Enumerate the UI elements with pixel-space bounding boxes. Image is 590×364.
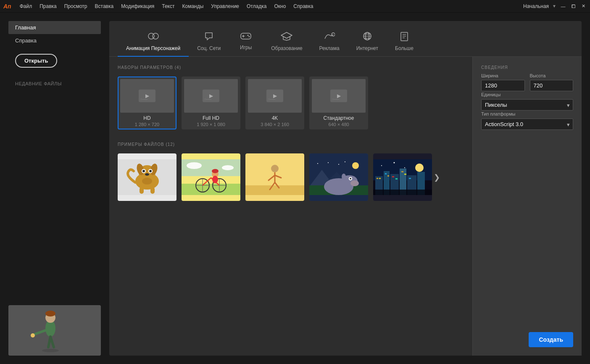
tab-social[interactable]: Соц. Сети xyxy=(189,28,229,56)
width-label: Ширина xyxy=(481,73,525,78)
menu-help[interactable]: Справка xyxy=(290,2,316,11)
sample-card-vr[interactable]: VR Panoramic and 3 xyxy=(373,153,432,201)
menu-view[interactable]: Просмотр xyxy=(61,2,91,11)
preset-card-4k[interactable]: 4K 3 840 × 2 160 xyxy=(245,76,304,129)
svg-point-5 xyxy=(31,333,35,338)
tab-internet-label: Интернет xyxy=(356,45,378,51)
preset-name-standard: Стандартное xyxy=(312,115,366,121)
preset-card-hd[interactable]: HD 1 280 × 720 xyxy=(118,76,176,129)
tab-games[interactable]: Игры xyxy=(229,28,263,56)
menu-insert[interactable]: Вставка xyxy=(92,2,117,11)
games-icon xyxy=(240,31,252,42)
svg-rect-103 xyxy=(373,190,432,195)
svg-point-72 xyxy=(345,161,345,162)
svg-rect-60 xyxy=(245,185,304,195)
width-field: Ширина xyxy=(481,73,525,91)
menu-commands[interactable]: Команды xyxy=(179,2,207,11)
menu-text[interactable]: Текст xyxy=(158,2,178,11)
svg-point-37 xyxy=(149,170,152,172)
presets-area: НАБОРЫ ПАРАМЕТРОВ (4) HD 1 280 × 720 xyxy=(109,57,472,356)
height-input[interactable] xyxy=(530,80,574,91)
svg-rect-40 xyxy=(150,187,155,194)
svg-point-85 xyxy=(381,165,382,166)
tab-icon-svg xyxy=(148,31,159,41)
svg-marker-11 xyxy=(205,33,212,40)
hippo-svg xyxy=(309,159,368,195)
sidebar-item-help[interactable]: Справка xyxy=(8,34,101,47)
maximize-button[interactable]: ⧠ xyxy=(570,3,577,10)
platform-select[interactable]: ActionScript 3.0 xyxy=(481,119,573,130)
tab-ads-label: Реклама xyxy=(319,45,340,51)
svg-point-3 xyxy=(45,311,55,317)
menu-modify[interactable]: Модификация xyxy=(118,2,158,11)
tab-education[interactable]: Образование xyxy=(263,28,311,56)
social-icon xyxy=(204,31,214,43)
platform-select-wrapper: ActionScript 3.0 ▾ xyxy=(481,119,573,130)
width-input[interactable] xyxy=(481,80,525,91)
preset-name-fullhd: Full HD xyxy=(184,115,238,121)
menu-debug[interactable]: Отладка xyxy=(243,2,270,11)
walkcycle-svg xyxy=(245,159,304,195)
presets-section-title: НАБОРЫ ПАРАМЕТРОВ (4) xyxy=(118,65,464,70)
menu-control[interactable]: Управление xyxy=(208,2,242,11)
tab-social-label: Соц. Сети xyxy=(197,45,221,51)
sample-card-bicycle[interactable]: Bicycle xyxy=(182,153,240,201)
internet-svg xyxy=(362,31,373,41)
preset-thumb-4k xyxy=(248,79,302,113)
tab-character-animation[interactable]: Анимация Персонажей xyxy=(118,28,189,56)
content-middle: НАБОРЫ ПАРАМЕТРОВ (4) HD 1 280 × 720 xyxy=(109,57,582,356)
svg-rect-97 xyxy=(387,175,389,177)
more-svg xyxy=(400,31,409,41)
internet-icon xyxy=(362,31,373,43)
svg-point-61 xyxy=(271,165,279,172)
svg-point-36 xyxy=(142,170,145,172)
info-panel-title: СВЕДЕНИЯ xyxy=(481,65,573,70)
vr-svg xyxy=(373,159,432,195)
tab-more-label: Больше xyxy=(395,45,414,51)
minimize-button[interactable]: — xyxy=(560,3,566,10)
open-button[interactable]: Открыть xyxy=(15,54,57,68)
svg-point-70 xyxy=(328,162,329,163)
scared-puppy-svg xyxy=(118,159,176,195)
samples-grid: Scared Puppy xyxy=(118,153,432,201)
preset-thumb-fullhd xyxy=(184,79,238,113)
svg-rect-101 xyxy=(404,174,406,175)
units-select[interactable]: Пикселы xyxy=(481,99,573,111)
close-button[interactable]: ✕ xyxy=(580,3,587,10)
app-logo: An xyxy=(3,3,11,10)
svg-rect-96 xyxy=(385,173,387,174)
svg-point-16 xyxy=(249,36,250,37)
dimensions-row: Ширина Высота xyxy=(481,73,573,91)
tab-internet[interactable]: Интернет xyxy=(348,28,387,56)
preset-play-standard xyxy=(330,90,347,102)
preset-thumb-standard xyxy=(312,79,366,113)
tab-more[interactable]: Больше xyxy=(387,28,422,56)
char-preview-svg xyxy=(8,305,101,356)
menu-edit[interactable]: Правка xyxy=(36,2,60,11)
preset-play-fullhd xyxy=(203,90,219,102)
tab-ads[interactable]: Реклама xyxy=(311,28,348,56)
units-label: Единицы xyxy=(481,92,500,97)
sidebar-bottom xyxy=(8,305,101,356)
svg-point-58 xyxy=(212,176,218,183)
preset-card-standard[interactable]: Стандартное 640 × 480 xyxy=(309,76,368,129)
svg-point-87 xyxy=(404,167,405,168)
preset-size-hd: 1 280 × 720 xyxy=(120,122,174,127)
menu-file[interactable]: Файл xyxy=(16,2,36,11)
svg-point-45 xyxy=(222,165,234,170)
sample-thumb-bicycle xyxy=(182,153,240,201)
sample-card-hippo[interactable]: Hippo xyxy=(309,153,368,201)
sidebar-item-home[interactable]: Главная xyxy=(8,21,101,34)
app-body: Главная Справка Открыть НЕДАВНИЕ ФАЙЛЫ xyxy=(0,13,590,364)
sample-card-scared-puppy[interactable]: Scared Puppy xyxy=(118,153,176,201)
create-button[interactable]: Создать xyxy=(529,332,573,347)
svg-point-15 xyxy=(248,35,249,36)
samples-next-arrow[interactable]: ❯ xyxy=(432,173,442,182)
svg-point-68 xyxy=(352,162,359,169)
menu-window[interactable]: Окно xyxy=(271,2,289,11)
preset-card-fullhd[interactable]: Full HD 1 920 × 1 080 xyxy=(182,76,240,129)
education-icon xyxy=(281,31,292,43)
svg-point-8 xyxy=(42,349,59,352)
char-preview xyxy=(8,305,101,356)
sample-card-walkcycle[interactable]: Walkcycle xyxy=(245,153,304,201)
